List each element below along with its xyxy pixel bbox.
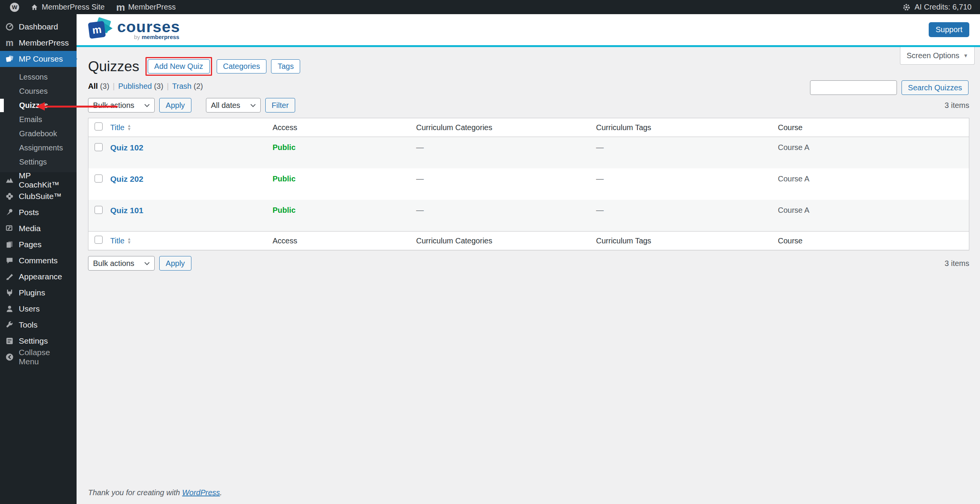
sort-by-title[interactable]: Title ▲▼ xyxy=(110,237,131,245)
memberpress-icon: m xyxy=(5,39,14,47)
comment-bubble-icon xyxy=(5,256,14,265)
all-dates-select[interactable]: All dates xyxy=(206,98,261,113)
sidebar-item-label: Plugins xyxy=(19,288,45,297)
sort-arrows-icon: ▲▼ xyxy=(127,124,131,131)
sidebar-item-courses[interactable]: Courses xyxy=(0,84,77,98)
plug-icon xyxy=(5,289,14,297)
sidebar-item-mp-courses[interactable]: MP Courses xyxy=(0,51,77,67)
column-course: Course xyxy=(774,118,969,137)
wordpress-link[interactable]: WordPress xyxy=(182,488,220,497)
bulk-actions-select[interactable]: Bulk actions xyxy=(88,98,155,113)
sidebar-item-label: Courses xyxy=(19,87,47,96)
filter-trash[interactable]: Trash (2) xyxy=(172,82,203,91)
sidebar-item-assignments[interactable]: Assignments xyxy=(0,141,77,155)
footer-credit: Thank you for creating with WordPress. xyxy=(88,488,222,497)
table-row: Quiz 102 Public — — Course A xyxy=(88,137,969,169)
mp-courses-submenu: Lessons Courses Quizzes Emails Gradebook… xyxy=(0,67,77,172)
apply-button[interactable]: Apply xyxy=(159,98,191,113)
sidebar-item-label: MemberPress xyxy=(19,38,69,47)
sidebar-item-label: ClubSuite™ xyxy=(19,192,62,201)
courses-stack-icon xyxy=(5,55,14,63)
plugin-header: m courses by memberpress Support xyxy=(77,14,980,47)
quiz-title-link[interactable]: Quiz 202 xyxy=(110,175,143,183)
chevron-down-icon xyxy=(144,262,150,265)
column-course: Course xyxy=(774,232,969,250)
sidebar-item-label: Users xyxy=(19,304,40,313)
current-item-indicator xyxy=(0,99,4,112)
sidebar-item-users[interactable]: Users xyxy=(0,301,77,317)
row-checkbox[interactable] xyxy=(95,206,103,214)
support-button[interactable]: Support xyxy=(929,22,969,37)
courses-logo: m courses by memberpress xyxy=(88,18,180,41)
quiz-title-link[interactable]: Quiz 101 xyxy=(110,206,143,215)
chevron-down-icon xyxy=(250,104,256,107)
course-value: Course A xyxy=(778,206,809,214)
sidebar-item-memberpress[interactable]: m MemberPress xyxy=(0,35,77,51)
logo-title: courses xyxy=(117,19,180,34)
sidebar-item-settings-courses[interactable]: Settings xyxy=(0,155,77,169)
categories-value: — xyxy=(416,143,424,152)
sidebar-item-label: MP Courses xyxy=(19,54,63,64)
sidebar-item-tools[interactable]: Tools xyxy=(0,317,77,333)
access-badge: Public xyxy=(273,143,296,152)
sidebar-item-dashboard[interactable]: Dashboard xyxy=(0,19,77,35)
pages-icon xyxy=(5,240,14,249)
access-badge: Public xyxy=(273,206,296,214)
apply-button-bottom[interactable]: Apply xyxy=(159,256,191,271)
sidebar-item-plugins[interactable]: Plugins xyxy=(0,285,77,301)
tags-button[interactable]: Tags xyxy=(271,59,300,73)
filter-all[interactable]: All (3) xyxy=(88,82,109,91)
annotation-box: Add New Quiz xyxy=(145,57,212,76)
courses-logo-icon: m xyxy=(88,18,113,41)
access-badge: Public xyxy=(273,175,296,183)
filter-button[interactable]: Filter xyxy=(265,98,295,113)
sidebar-item-appearance[interactable]: Appearance xyxy=(0,269,77,285)
collapse-menu-button[interactable]: Collapse Menu xyxy=(0,349,77,365)
user-icon xyxy=(5,305,14,313)
home-icon xyxy=(31,3,38,11)
wordpress-logo-menu[interactable]: W xyxy=(6,0,23,14)
pushpin-icon xyxy=(5,208,14,217)
memberpress-label: MemberPress xyxy=(128,3,176,11)
categories-button[interactable]: Categories xyxy=(217,59,267,73)
sidebar-item-lessons[interactable]: Lessons xyxy=(0,70,77,84)
screen-options-tab[interactable]: Screen Options ▼ xyxy=(900,47,975,65)
sidebar-item-label: MP CoachKit™ xyxy=(19,171,71,189)
site-link[interactable]: MemberPress Site xyxy=(27,0,109,14)
sidebar-item-settings[interactable]: Settings xyxy=(0,333,77,349)
column-curriculum-tags: Curriculum Tags xyxy=(592,232,774,250)
filter-published[interactable]: Published (3) xyxy=(118,82,163,91)
column-curriculum-categories: Curriculum Categories xyxy=(412,118,592,137)
sidebar-item-mp-coachkit[interactable]: MP CoachKit™ xyxy=(0,172,77,188)
sidebar-item-media[interactable]: Media xyxy=(0,220,77,237)
column-access: Access xyxy=(269,118,412,137)
sidebar-item-label: Tools xyxy=(19,320,38,329)
sidebar-item-clubsuite[interactable]: ClubSuite™ xyxy=(0,188,77,204)
sidebar-item-gradebook[interactable]: Gradebook xyxy=(0,127,77,141)
sidebar-item-pages[interactable]: Pages xyxy=(0,237,77,253)
sidebar-item-label: Lessons xyxy=(19,73,48,82)
ai-credits-label[interactable]: AI Credits: 6,710 xyxy=(915,3,972,11)
row-checkbox[interactable] xyxy=(95,175,103,183)
sidebar-item-label: Pages xyxy=(19,240,42,249)
collapse-arrow-icon xyxy=(5,353,14,361)
bulk-actions-select-bottom[interactable]: Bulk actions xyxy=(88,256,155,271)
sort-by-title[interactable]: Title ▲▼ xyxy=(110,123,131,132)
select-all-checkbox[interactable] xyxy=(95,122,103,130)
row-checkbox[interactable] xyxy=(95,143,103,151)
table-row: Quiz 101 Public — — Course A xyxy=(88,200,969,232)
screen-options-label: Screen Options xyxy=(906,51,959,60)
tags-value: — xyxy=(596,206,604,214)
quiz-title-link[interactable]: Quiz 102 xyxy=(110,143,143,152)
gear-icon[interactable] xyxy=(902,3,911,11)
sidebar-item-comments[interactable]: Comments xyxy=(0,253,77,269)
memberpress-admin-bar-item[interactable]: m MemberPress xyxy=(113,0,180,14)
sidebar-item-emails[interactable]: Emails xyxy=(0,113,77,127)
quizzes-table: Title ▲▼ Access Curriculum Categories Cu… xyxy=(88,118,969,250)
sidebar-item-label: Comments xyxy=(19,256,58,265)
select-all-checkbox[interactable] xyxy=(95,236,103,244)
chevron-down-icon: ▼ xyxy=(963,53,968,59)
tags-value: — xyxy=(596,143,604,152)
add-new-quiz-button[interactable]: Add New Quiz xyxy=(148,59,210,73)
sidebar-item-posts[interactable]: Posts xyxy=(0,204,77,220)
